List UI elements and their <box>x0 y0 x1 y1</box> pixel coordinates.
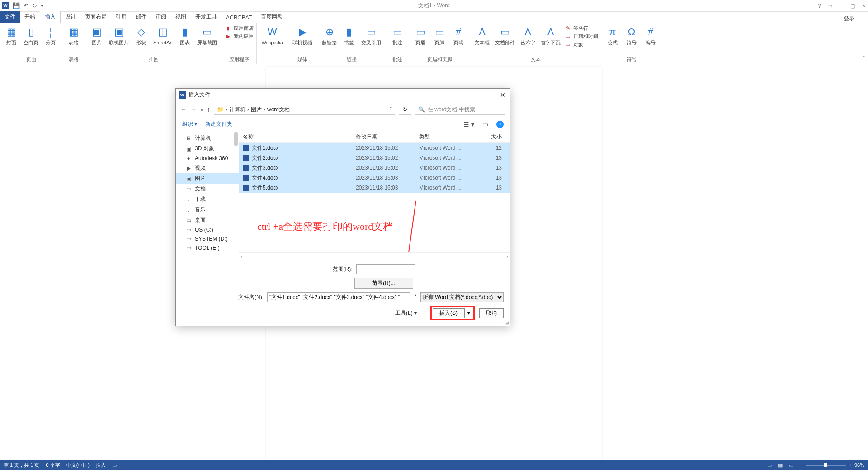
file-row[interactable]: 文件4.docx2023/11/18 15:03Microsoft Word .… <box>239 173 510 183</box>
nav-forward-icon[interactable]: → <box>190 106 197 113</box>
ribbon-display-icon[interactable]: ▭ <box>827 3 832 9</box>
ribbon-collapse-icon[interactable]: ˇ <box>863 56 865 62</box>
status-words[interactable]: 0 个字 <box>46 462 60 469</box>
range-button[interactable]: 范围(R)... <box>354 278 413 289</box>
status-page[interactable]: 第 1 页，共 1 页 <box>4 462 39 469</box>
tab-item[interactable]: 插入 <box>40 11 61 23</box>
minimize-icon[interactable]: — <box>839 3 844 9</box>
filename-input[interactable] <box>267 292 410 302</box>
ribbon-button[interactable]: ▣图片 <box>88 24 105 47</box>
ribbon-button[interactable]: WWikipedia <box>259 24 285 47</box>
ribbon-button[interactable]: ◫SmartArt <box>151 24 175 47</box>
tab-item[interactable]: 邮件 <box>131 11 151 23</box>
ribbon-button[interactable]: A艺术字 <box>519 24 537 47</box>
login-link[interactable]: 登录 <box>844 15 854 23</box>
tree-item[interactable]: ▭TOOL (E:) <box>176 243 239 252</box>
view-web-icon[interactable]: ▭ <box>789 462 793 468</box>
insert-button[interactable]: 插入(S) <box>433 308 464 318</box>
nav-back-icon[interactable]: ← <box>180 106 187 113</box>
undo-icon[interactable]: ↶ <box>24 2 28 9</box>
view-options-icon[interactable]: ☰ ▾ <box>463 121 474 128</box>
horizontal-scrollbar[interactable]: ‹› <box>239 252 510 260</box>
crumb-item[interactable]: word文档 <box>267 106 290 114</box>
tree-item[interactable]: ▭桌面 <box>176 215 239 225</box>
ribbon-button[interactable]: ▭屏幕截图 <box>195 24 219 47</box>
view-read-icon[interactable]: ▭ <box>767 462 772 468</box>
resize-grip-icon[interactable]: ◢ <box>505 320 509 325</box>
ribbon-button[interactable]: ▦封面 <box>3 24 20 47</box>
tree-item[interactable]: ▣图片 <box>176 173 239 184</box>
status-macro-icon[interactable]: ▭ <box>112 462 117 468</box>
tab-item[interactable]: 开始 <box>20 11 40 23</box>
organize-button[interactable]: 组织 ▾ <box>182 120 197 128</box>
crumb-item[interactable]: 计算机 <box>229 106 245 114</box>
new-folder-button[interactable]: 新建文件夹 <box>205 120 232 128</box>
ribbon-button[interactable]: ▮图表 <box>176 24 193 47</box>
ribbon-button[interactable]: #页码 <box>450 24 467 47</box>
ribbon-button[interactable]: ▶联机视频 <box>291 24 314 47</box>
file-filter-select[interactable]: 所有 Word 文档(*.docx;*.doc) <box>420 292 504 302</box>
preview-pane-icon[interactable]: ▭ <box>482 121 488 128</box>
filename-dropdown-icon[interactable]: ˅ <box>414 294 417 300</box>
cancel-button[interactable]: 取消 <box>479 308 504 318</box>
ribbon-small-button[interactable]: ▭对象 <box>564 41 598 48</box>
save-icon[interactable]: 💾 <box>13 2 20 9</box>
tree-item[interactable]: 🖥计算机 <box>176 133 239 143</box>
col-date[interactable]: 修改日期 <box>356 133 419 141</box>
crumb-item[interactable]: 图片 <box>251 106 262 114</box>
nav-up-icon[interactable]: ↑ <box>207 106 210 113</box>
ribbon-button[interactable]: ▭交叉引用 <box>359 24 383 47</box>
tree-item[interactable]: ▭文档 <box>176 184 239 194</box>
tree-item[interactable]: ♪音乐 <box>176 204 239 215</box>
close-icon[interactable]: ✕ <box>862 3 866 9</box>
tab-item[interactable]: 页面布局 <box>80 11 111 23</box>
ribbon-button[interactable]: ¦分页 <box>42 24 59 47</box>
ribbon-button[interactable]: ▭页眉 <box>412 24 429 47</box>
ribbon-button[interactable]: ▯空白页 <box>22 24 40 47</box>
ribbon-small-button[interactable]: ▶我的应用 <box>225 33 254 40</box>
ribbon-button[interactable]: ▣联机图片 <box>107 24 131 47</box>
zoom-in-icon[interactable]: + <box>849 462 852 468</box>
zoom-value[interactable]: 96% <box>854 462 864 468</box>
zoom-out-icon[interactable]: − <box>800 462 802 468</box>
nav-recent-icon[interactable]: ▾ <box>200 106 203 113</box>
tab-item[interactable]: 引用 <box>111 11 131 23</box>
search-input[interactable]: 🔍 在 word文档 中搜索 <box>415 104 505 115</box>
ribbon-button[interactable]: ▦表格 <box>65 24 82 47</box>
tab-item[interactable]: 设计 <box>61 11 80 23</box>
ribbon-button[interactable]: ▭批注 <box>389 24 406 47</box>
qat-customize-icon[interactable]: ▾ <box>41 2 44 9</box>
refresh-button[interactable]: ↻ <box>399 104 411 115</box>
status-lang[interactable]: 中文(中国) <box>66 462 90 469</box>
ribbon-button[interactable]: ▭页脚 <box>431 24 448 47</box>
ribbon-button[interactable]: ⊕超链接 <box>320 24 339 47</box>
file-row[interactable]: 文件1.docx2023/11/18 15:02Microsoft Word .… <box>239 143 510 153</box>
tree-item[interactable]: ▶视频 <box>176 163 239 173</box>
ribbon-small-button[interactable]: ✎签名行 <box>564 24 598 32</box>
ribbon-button[interactable]: ▭文档部件 <box>493 24 517 47</box>
dialog-help-icon[interactable]: ? <box>496 121 504 128</box>
ribbon-small-button[interactable]: ▭日期和时间 <box>564 33 598 40</box>
tree-item[interactable]: ▭OS (C:) <box>176 225 239 234</box>
help-icon[interactable]: ? <box>818 3 821 9</box>
crumb-dropdown-icon[interactable]: ˅ <box>389 106 392 113</box>
redo-icon[interactable]: ↻ <box>32 2 37 9</box>
ribbon-button[interactable]: A文本框 <box>473 24 491 47</box>
ribbon-button[interactable]: #编号 <box>642 24 659 47</box>
ribbon-button[interactable]: π公式 <box>604 24 621 47</box>
ribbon-button[interactable]: ◇形状 <box>132 24 150 47</box>
ribbon-button[interactable]: A首字下沉 <box>539 24 562 47</box>
tab-item[interactable]: 视图 <box>171 11 191 23</box>
file-row[interactable]: 文件3.docx2023/11/18 15:02Microsoft Word .… <box>239 163 510 173</box>
col-name[interactable]: 名称 <box>243 133 356 141</box>
ribbon-button[interactable]: Ω符号 <box>623 24 640 47</box>
file-row[interactable]: 文件2.docx2023/11/18 15:02Microsoft Word .… <box>239 153 510 163</box>
tab-item[interactable]: 开发工具 <box>191 11 222 23</box>
view-print-icon[interactable]: ▦ <box>778 462 783 468</box>
zoom-slider[interactable] <box>806 465 846 466</box>
tree-item[interactable]: ▭SYSTEM (D:) <box>176 234 239 243</box>
ribbon-small-button[interactable]: ▮应用商店 <box>225 24 254 32</box>
status-mode[interactable]: 插入 <box>96 462 106 469</box>
tree-item[interactable]: ▣3D 对象 <box>176 143 239 154</box>
range-input[interactable] <box>356 264 415 274</box>
